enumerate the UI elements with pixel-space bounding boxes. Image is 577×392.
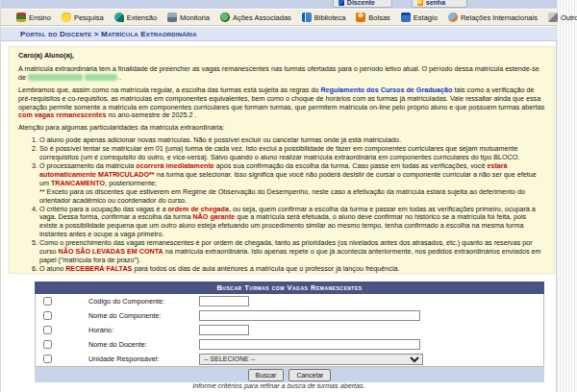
list-item: Como o preenchimento das vagas remanesce… [39,239,545,265]
regulamento-link[interactable]: Regulamento dos Cursos de Graduação [320,86,452,94]
redacted-date [85,74,117,81]
menu-label: Extensão [127,13,157,22]
menu-item-estagio[interactable]: Estágio [401,12,438,22]
horario-checkbox[interactable] [43,326,52,334]
form-row-codigo: Código do Componente: [36,294,543,308]
form-row-unidade: Unidade Responsável: -- SELECIONE -- [36,352,543,366]
form-row-docente: Nome do Docente: [36,337,543,352]
codigo-input[interactable] [199,296,249,306]
hands-icon [114,12,124,22]
menu-item-monitoria[interactable]: Monitoria [167,12,210,22]
codigo-label: Código do Componente: [88,297,199,306]
intro-paragraph: A matrícula extraordinária tem a finalid… [18,65,545,83]
ribbon-icon [220,12,230,22]
docente-label: Nome do Docente: [88,340,199,349]
breadcrumb-separator: > [91,30,101,38]
list-item: O processamento da matrícula ocorrerá im… [39,162,545,206]
briefcase-icon [401,12,411,22]
form-title: Buscar Turmas com Vagas Remanescentes [35,282,544,294]
search-form: Buscar Turmas com Vagas Remanescentes Có… [35,282,544,382]
menu-item-acoes-associadas[interactable]: Ações Associadas [220,12,291,22]
menu-discente-icon [339,0,344,6]
menu-item-biblioteca[interactable]: Biblioteca [302,12,346,22]
menu-discente-button[interactable]: Menu Discente [333,0,392,8]
attention-line: Atenção para algumas particularidades da… [18,124,545,133]
list-item: Só é possível tentar se matricular em 01… [39,145,545,162]
stack-icon [548,12,558,22]
unidade-label: Unidade Responsável: [88,355,199,363]
menu-item-ensino[interactable]: Ensino [16,12,51,22]
page-background-stripes [556,0,577,392]
menu-label: Biblioteca [314,13,346,22]
particularities-list: O aluno pode apenas adicionar novas matr… [18,136,545,274]
horario-input[interactable] [199,325,249,335]
menu-item-bolsas[interactable]: Bolsas [356,12,390,22]
globe-icon [448,12,458,22]
instructions-panel: Caro(a) Aluno(a), A matrícula extraordin… [9,46,555,274]
cancelar-button[interactable]: Cancelar [288,369,331,381]
alterar-senha-button[interactable]: Alterar senha [412,0,467,8]
menu-item-extensao[interactable]: Extensão [114,12,157,22]
key-icon [417,0,423,6]
form-hint-text: Informe critérios para refinar a busca d… [1,381,557,390]
breadcrumb: Portal do Discente > Matrícula Extraordi… [1,27,557,41]
menu-item-relacoes-internacionais[interactable]: Relações Internacionais [448,12,538,22]
form-row-horario: Horário: [36,323,543,337]
board-icon [167,12,177,22]
menu-label: Pesquisa [74,13,104,22]
rules-paragraph: Lembramos que, assim como na matrícula r… [18,86,545,121]
form-body: Código do Componente: Nome do Componente… [35,294,544,367]
menu-label: Monitoria [180,13,210,22]
menu-label: Relações Internacionais [461,13,538,22]
list-item: O aluno RECEBERÁ FALTAS para todos os di… [39,265,545,274]
form-row-nome-componente: Nome do Componente: [36,308,543,323]
books-icon [16,12,26,22]
buscar-button[interactable]: Buscar [248,369,285,381]
menu-label: Outros [561,13,577,22]
nome-componente-input[interactable] [199,310,420,321]
docente-input[interactable] [199,339,420,350]
menu-discente-label: Menu Discente [347,0,387,6]
menu-label: Ações Associadas [233,13,291,22]
main-menu-bar: Ensino Pesquisa Extensão Monitoria Ações… [1,9,557,26]
docente-checkbox[interactable] [43,340,52,349]
codigo-checkbox[interactable] [43,297,52,306]
menu-label: Ensino [29,13,51,22]
top-bar: Menu Discente Alterar senha [1,0,557,9]
breadcrumb-current: Matrícula Extraordinária [101,30,197,38]
greeting-text: Caro(a) Aluno(a), [18,52,545,61]
flask-icon [62,12,71,22]
unidade-select[interactable]: -- SELECIONE -- [199,354,423,365]
menu-item-pesquisa[interactable]: Pesquisa [62,12,104,22]
alterar-senha-label: Alterar senha [426,0,462,6]
redacted-date [28,74,83,81]
person-icon [356,12,365,22]
form-footer-bar: Buscar Cancelar [35,367,544,382]
breadcrumb-portal-link[interactable]: Portal do Discente [20,30,91,38]
nome-componente-checkbox[interactable] [43,311,52,320]
book-icon [302,12,312,22]
menu-item-outros[interactable]: Outros [548,12,577,22]
nome-componente-label: Nome do Componente: [88,311,199,320]
menu-label: Bolsas [368,13,390,22]
horario-label: Horário: [88,326,199,334]
unidade-checkbox[interactable] [43,355,52,363]
menu-label: Estágio [414,13,438,22]
list-item: O critério para a ocupação das vagas é a… [39,206,545,240]
